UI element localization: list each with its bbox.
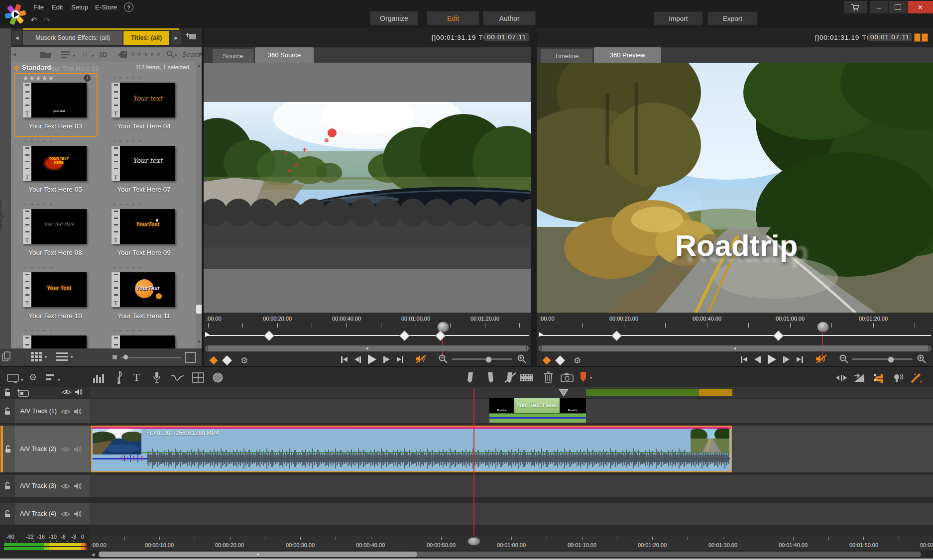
store-cart-button[interactable]	[844, 1, 867, 13]
tab-sound-effects[interactable]: Muserk Sound Effects: (all)	[23, 31, 122, 45]
jump-start-button[interactable]	[741, 356, 747, 363]
list-item[interactable]: ★★★★★ T Your text Your Text Here 04	[104, 75, 184, 135]
preview-tc-value[interactable]: 00:01:07.11	[868, 33, 912, 41]
track-eye-icon[interactable]	[61, 483, 70, 489]
thumb-size-handle[interactable]	[123, 354, 128, 360]
mute-icon[interactable]	[415, 354, 427, 363]
track-speaker-icon[interactable]	[74, 446, 82, 453]
jump-end-button[interactable]	[397, 356, 403, 363]
title-clip[interactable]: Roadtrip Your Text Here.. Roadtrip	[489, 398, 586, 423]
scroll-down-icon[interactable]: ▼	[197, 339, 201, 344]
source-tc-value[interactable]: 00:01:07.11	[484, 33, 529, 41]
track-speaker-icon[interactable]	[74, 510, 82, 518]
tab-organize[interactable]: Organize	[370, 11, 418, 25]
pages-icon[interactable]	[2, 351, 11, 362]
preview-h-scrollbar[interactable]	[539, 345, 931, 351]
item-rating[interactable]: ★★★★★	[23, 328, 55, 335]
keyframe-icon[interactable]	[222, 355, 232, 365]
list-item[interactable]: ★★★★★ T	[104, 328, 184, 348]
lock-icon[interactable]	[4, 510, 11, 518]
list-view-icon[interactable]	[56, 352, 68, 361]
voiceover-mic-icon[interactable]	[152, 371, 161, 384]
track-header[interactable]: A/V Track (1)	[0, 399, 90, 423]
title-clip-audio-lane[interactable]	[489, 419, 586, 423]
play-button[interactable]	[368, 354, 376, 364]
redo-icon[interactable]: ↷	[44, 15, 50, 25]
tab-source[interactable]: Source	[213, 49, 253, 63]
track-eye-icon[interactable]	[61, 447, 70, 452]
item-rating[interactable]: ★★★★★	[23, 75, 55, 82]
track-eye-icon[interactable]	[61, 409, 70, 415]
help-icon[interactable]: ?	[124, 2, 133, 12]
razor-blade-left-icon[interactable]	[467, 372, 474, 383]
marker-icon[interactable]	[580, 371, 587, 382]
navigation-strip[interactable]: Navigation	[0, 28, 11, 366]
thumbnail-view-icon[interactable]	[31, 352, 42, 362]
add-keyframe-icon[interactable]	[210, 356, 218, 365]
tab-360-preview[interactable]: 360 Preview	[594, 47, 661, 63]
settings-gear-icon[interactable]: ⚙	[574, 355, 581, 365]
keyframe-icon[interactable]	[555, 355, 565, 365]
filmstrip-icon[interactable]	[520, 374, 534, 382]
timeline-playhead-grip[interactable]	[467, 537, 480, 546]
marker-dropdown-icon[interactable]: ▾	[590, 375, 592, 380]
title-editor-icon[interactable]: T	[133, 371, 140, 384]
thumb-size-small-icon[interactable]	[113, 355, 117, 359]
keyframe-start-icon[interactable]	[205, 332, 210, 337]
track-header[interactable]: A/V Track (4)	[0, 503, 90, 525]
track-size-icon[interactable]	[46, 374, 56, 381]
panel-divider[interactable]	[531, 28, 537, 366]
tab-edit[interactable]: Edit	[427, 11, 479, 25]
lock-icon[interactable]	[4, 407, 11, 415]
jump-start-button[interactable]	[341, 356, 348, 363]
zoom-in-icon[interactable]	[517, 354, 526, 363]
track-eye-icon[interactable]	[61, 511, 70, 517]
track-size-dropdown-icon[interactable]: ▾	[58, 377, 60, 382]
group-header[interactable]: Standard	[22, 64, 51, 71]
menu-file[interactable]: File	[33, 3, 44, 11]
preview-ruler[interactable]: :00.00 00:00:20.00 00:00:40.00 00:01:00.…	[537, 313, 933, 330]
zoom-out-icon[interactable]	[439, 354, 448, 363]
preview-zoom-slider[interactable]	[852, 358, 913, 360]
snapshot-camera-icon[interactable]	[561, 373, 574, 382]
disc-icon[interactable]	[212, 372, 224, 383]
source-playhead-ball[interactable]	[437, 322, 449, 333]
razor-disabled-icon[interactable]	[504, 372, 517, 383]
zoom-out-icon[interactable]	[839, 354, 848, 363]
video-clip[interactable]: FLY01301-2560x1280.MP4	[91, 426, 732, 472]
dual-view-icon[interactable]	[914, 33, 928, 42]
timeline-settings-gear-icon[interactable]: ⚙	[29, 372, 37, 382]
source-keyframe-line[interactable]	[205, 335, 529, 336]
master-lock-icon[interactable]	[4, 388, 11, 396]
lock-icon[interactable]	[4, 482, 11, 490]
settings-gear-icon[interactable]: ⚙	[240, 355, 248, 365]
zoom-in-icon[interactable]	[917, 354, 926, 363]
audio-scrub-icon[interactable]	[893, 373, 904, 382]
thumb-size-large-icon[interactable]	[185, 352, 196, 363]
minimize-button[interactable]: –	[870, 1, 888, 13]
menu-edit[interactable]: Edit	[52, 3, 63, 11]
import-button[interactable]: Import	[654, 11, 703, 25]
razor-blade-right-icon[interactable]	[487, 372, 494, 383]
frame-forward-button[interactable]	[383, 356, 390, 363]
track-4-lane[interactable]	[90, 503, 933, 525]
item-rating[interactable]: ★★★★★	[112, 75, 143, 82]
tag-icon[interactable]	[117, 51, 128, 59]
list-item[interactable]: ★★★★★ T YOUR TEXT HERE Your Text Here 05	[15, 138, 96, 199]
maximize-button[interactable]	[889, 1, 907, 13]
timeline-range-bar[interactable]	[90, 387, 933, 398]
keyframe-diamond-icon[interactable]	[264, 331, 274, 341]
search-icon[interactable]	[166, 50, 174, 58]
sort-dropdown-icon[interactable]: ▾	[92, 53, 94, 58]
item-rating[interactable]: ★★★★★	[112, 264, 143, 271]
track-speaker-icon[interactable]	[74, 408, 82, 415]
item-rating[interactable]: ★★★★★	[23, 264, 55, 271]
frame-back-button[interactable]	[354, 356, 361, 363]
pin-tab-icon[interactable]	[185, 30, 199, 45]
preview-video-area[interactable]: Roadtrip Roadtrip	[537, 63, 933, 313]
tab-timeline[interactable]: Timeline	[541, 49, 592, 63]
split-screen-grid-icon[interactable]	[192, 372, 204, 383]
add-track-icon[interactable]	[16, 388, 29, 397]
scroll-up-icon[interactable]: ▲	[197, 64, 201, 68]
frame-forward-button[interactable]	[783, 356, 790, 363]
